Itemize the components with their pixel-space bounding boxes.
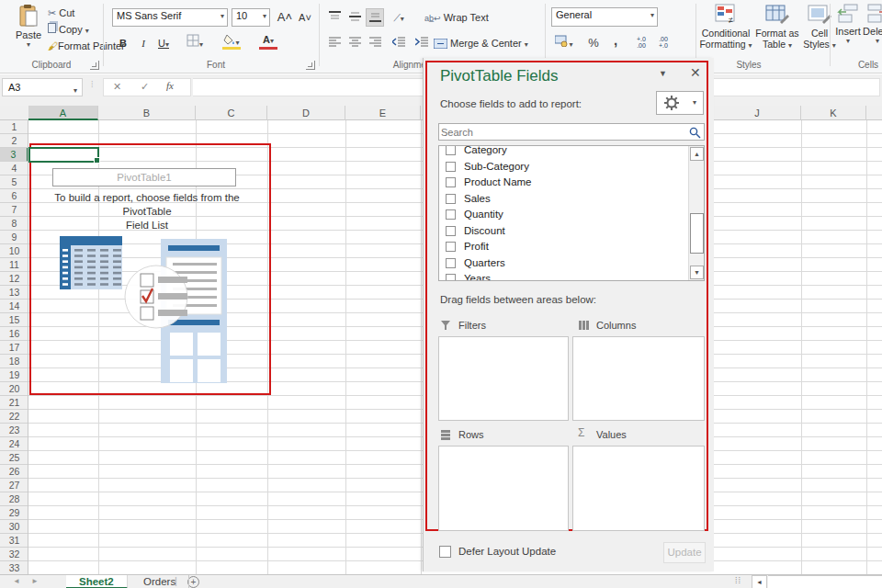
row-header-6[interactable]: 6 xyxy=(0,189,28,203)
row-header-22[interactable]: 22 xyxy=(0,410,28,424)
row-header-12[interactable]: 12 xyxy=(0,272,28,286)
values-drop-area[interactable] xyxy=(572,446,705,531)
row-header-27[interactable]: 27 xyxy=(0,479,28,492)
hscroll-left-icon[interactable]: ◄ xyxy=(752,575,767,588)
shrink-font-button[interactable]: A˅ xyxy=(296,8,314,27)
comma-style-button[interactable]: , xyxy=(606,31,625,50)
row-header-4[interactable]: 4 xyxy=(0,162,28,175)
increase-decimal-button[interactable]: +.0 .00 xyxy=(632,36,650,54)
column-header-a[interactable]: A xyxy=(28,106,98,120)
align-left-button[interactable] xyxy=(325,34,344,52)
defer-layout-checkbox[interactable] xyxy=(439,546,451,558)
column-header-b[interactable]: B xyxy=(98,106,196,120)
pane-close-icon[interactable]: ✕ xyxy=(690,65,701,80)
enter-icon[interactable]: ✓ xyxy=(141,81,149,93)
increase-indent-button[interactable] xyxy=(413,34,431,52)
percent-style-button[interactable]: % xyxy=(584,34,603,52)
row-header-19[interactable]: 19 xyxy=(0,368,28,382)
row-header-15[interactable]: 15 xyxy=(0,313,28,327)
row-headers[interactable]: 1234567891011121314151617181920212223242… xyxy=(0,120,28,574)
update-button[interactable]: Update xyxy=(663,542,706,563)
row-header-1[interactable]: 1 xyxy=(0,120,28,134)
orientation-button[interactable]: ⟋▾ xyxy=(390,8,408,27)
field-checkbox[interactable] xyxy=(446,274,456,281)
field-list[interactable]: CategorySub-CategoryProduct NameSalesQua… xyxy=(438,145,705,281)
horizontal-scrollbar[interactable] xyxy=(768,575,882,588)
paste-button[interactable]: Paste ▾ xyxy=(4,4,53,59)
name-box[interactable]: A3▾ xyxy=(2,78,83,96)
row-header-32[interactable]: 32 xyxy=(0,548,28,561)
font-dialog-launcher[interactable] xyxy=(306,61,315,70)
search-box[interactable] xyxy=(438,123,705,141)
underline-button[interactable]: U▾ xyxy=(154,34,173,52)
merge-center-button[interactable]: Merge & Center ▾ xyxy=(434,36,528,51)
field-checkbox[interactable] xyxy=(446,194,456,204)
format-as-table-button[interactable]: Format asTable ▾ xyxy=(755,4,799,59)
insert-cells-button[interactable]: Insert ▾ xyxy=(832,4,864,59)
pane-options-caret-icon[interactable]: ▼ xyxy=(659,69,667,78)
row-header-10[interactable]: 10 xyxy=(0,244,28,258)
cut-button[interactable]: ✂ Cut xyxy=(48,6,74,21)
fill-color-button[interactable]: ▾ xyxy=(222,34,241,50)
row-header-5[interactable]: 5 xyxy=(0,175,28,189)
field-item-quarters[interactable]: Quarters xyxy=(439,255,685,272)
row-header-8[interactable]: 8 xyxy=(0,217,28,231)
wrap-text-button[interactable]: ab̲↩ Wrap Text xyxy=(424,10,489,26)
font-name-combo[interactable]: MS Sans Serif▾ xyxy=(112,8,228,27)
scroll-up-icon[interactable]: ▲ xyxy=(690,147,704,161)
tab-scroll-left-icon[interactable]: ◄ xyxy=(13,577,20,585)
row-header-2[interactable]: 2 xyxy=(0,134,28,148)
filters-drop-area[interactable] xyxy=(438,336,569,421)
columns-drop-area[interactable] xyxy=(572,336,705,421)
field-list-scrollbar[interactable]: ▲ ▼ xyxy=(688,146,704,280)
row-header-11[interactable]: 11 xyxy=(0,258,28,272)
row-header-14[interactable]: 14 xyxy=(0,300,28,313)
decrease-decimal-button[interactable]: .00 +.0 xyxy=(654,36,673,54)
grow-font-button[interactable]: A˄ xyxy=(276,8,294,27)
row-header-9[interactable]: 9 xyxy=(0,231,28,244)
row-header-16[interactable]: 16 xyxy=(0,327,28,341)
field-checkbox[interactable] xyxy=(446,226,456,236)
bold-button[interactable]: B xyxy=(114,34,132,52)
accounting-format-button[interactable]: ▾ xyxy=(551,34,577,52)
conditional-formatting-button[interactable]: ≠ ConditionalFormatting ▾ xyxy=(698,4,753,59)
field-checkbox[interactable] xyxy=(446,145,456,155)
row-header-26[interactable]: 26 xyxy=(0,465,28,479)
name-box-splitter[interactable]: ⁞ xyxy=(91,80,93,89)
row-header-29[interactable]: 29 xyxy=(0,506,28,520)
clipboard-dialog-launcher[interactable] xyxy=(90,61,99,70)
field-checkbox[interactable] xyxy=(446,162,456,172)
row-header-23[interactable]: 23 xyxy=(0,424,28,437)
decrease-indent-button[interactable] xyxy=(390,34,408,52)
sheet-tab-orders[interactable]: Orders xyxy=(130,575,189,588)
row-header-13[interactable]: 13 xyxy=(0,286,28,300)
column-header-d[interactable]: D xyxy=(267,106,345,120)
row-header-3[interactable]: 3 xyxy=(0,148,28,162)
field-item-product-name[interactable]: Product Name xyxy=(439,175,685,191)
align-center-button[interactable] xyxy=(345,34,364,52)
row-header-18[interactable]: 18 xyxy=(0,355,28,368)
row-header-31[interactable]: 31 xyxy=(0,534,28,548)
row-header-25[interactable]: 25 xyxy=(0,451,28,465)
column-header-k[interactable]: K xyxy=(801,106,866,120)
sheet-tab-sheet2[interactable]: Sheet2 xyxy=(66,575,128,588)
row-header-30[interactable]: 30 xyxy=(0,520,28,534)
font-size-combo[interactable]: 10▾ xyxy=(232,8,270,27)
search-input[interactable] xyxy=(441,125,682,139)
scrollbar-splitter[interactable]: ⁞⁞ xyxy=(735,576,741,585)
cancel-icon[interactable]: ✕ xyxy=(113,81,121,93)
row-header-28[interactable]: 28 xyxy=(0,492,28,506)
search-icon[interactable] xyxy=(689,127,701,139)
row-header-21[interactable]: 21 xyxy=(0,396,28,410)
field-checkbox[interactable] xyxy=(446,209,456,220)
field-item-category[interactable]: Category xyxy=(439,145,685,159)
font-color-button[interactable]: A▾ xyxy=(259,34,277,50)
row-header-24[interactable]: 24 xyxy=(0,437,28,451)
copy-button[interactable]: Copy ▾ xyxy=(48,22,89,38)
top-align-button[interactable] xyxy=(325,8,344,27)
insert-function-icon[interactable]: fx xyxy=(166,80,174,91)
scroll-down-icon[interactable]: ▼ xyxy=(690,266,704,279)
tools-button[interactable]: ▾ xyxy=(656,91,704,115)
rows-drop-area[interactable] xyxy=(438,446,569,531)
field-item-sales[interactable]: Sales xyxy=(439,191,685,208)
